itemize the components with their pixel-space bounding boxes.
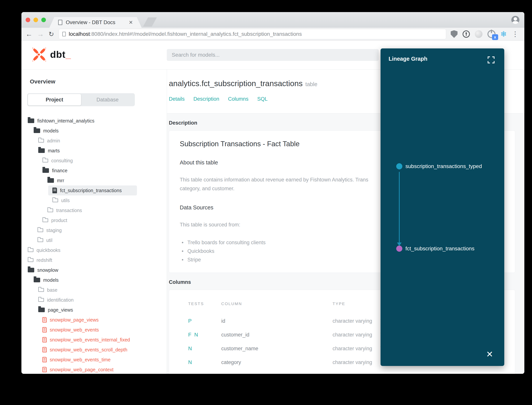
tree-item[interactable]: snowplow_web_events_internal_fixed — [21, 335, 167, 345]
url-text: localhost:8080/index.html#!/model/model.… — [69, 31, 302, 37]
nav-link-columns[interactable]: Columns — [228, 96, 249, 102]
tree-item[interactable]: snowplow_web_events — [21, 325, 167, 335]
nav-link-sql[interactable]: SQL — [257, 96, 268, 102]
tree-item-label: quickbooks — [37, 248, 60, 253]
power-stem-icon — [491, 30, 492, 33]
forward-icon[interactable] — [37, 31, 44, 38]
tree-item[interactable]: base — [21, 285, 167, 295]
folder-icon — [38, 298, 44, 302]
back-icon[interactable] — [26, 31, 33, 38]
file-tree: fishtown_internal_analytics models admin… — [21, 116, 167, 374]
folder-icon — [28, 248, 33, 252]
file-icon — [42, 327, 47, 332]
ublock-shield-icon[interactable] — [451, 30, 458, 38]
folder-icon — [42, 159, 48, 162]
sidebar: Overview Project Database fishtown_inter… — [21, 69, 167, 374]
zoom-window-button[interactable] — [41, 18, 46, 22]
tree-item[interactable]: snowplow_web_events_time — [21, 355, 167, 364]
tree-item[interactable]: snowplow_web_events_scroll_depth — [21, 345, 167, 355]
node-dot-icon — [396, 246, 402, 252]
cell-tests: N — [188, 359, 221, 365]
lineage-node-subscription-transactions-typed[interactable]: subscription_transactions_typed — [396, 163, 482, 169]
tree-item[interactable]: identification — [21, 295, 167, 305]
extension-icons: x — [451, 30, 519, 38]
file-icon — [53, 188, 57, 193]
tab-database[interactable]: Database — [81, 94, 134, 105]
new-tab-button[interactable] — [143, 17, 157, 27]
tree-item[interactable]: consulting — [21, 155, 167, 166]
tree-item[interactable]: models — [21, 126, 167, 136]
node-label: fct_subscription_transactions — [405, 246, 474, 252]
tree-item[interactable]: snowplow_page_views — [21, 315, 167, 325]
fullscreen-icon[interactable] — [487, 56, 495, 64]
tree-item-label: models — [43, 128, 59, 134]
folder-open-icon — [47, 178, 54, 183]
tree-item[interactable]: snowplow — [21, 265, 167, 275]
table-row[interactable]: N date_month date This column indicates … — [188, 369, 515, 374]
tree-item[interactable]: mrr — [21, 176, 167, 185]
logo-word: dbt — [50, 49, 66, 60]
tree-item[interactable]: util — [21, 235, 167, 245]
col-header-tests: TESTS — [188, 301, 221, 306]
browser-profile-avatar[interactable] — [511, 16, 519, 24]
url-host: localhost — [69, 31, 90, 37]
tree-item[interactable]: quickbooks — [21, 245, 167, 255]
tree-item[interactable]: product — [21, 215, 167, 225]
folder-open-icon — [34, 278, 40, 282]
browser-titlebar: Overview - DBT Docs — [21, 12, 524, 28]
lineage-edge — [399, 172, 400, 243]
search-input[interactable] — [167, 49, 379, 61]
col-header-column: COLUMN — [221, 301, 333, 306]
close-lineage-icon[interactable] — [486, 349, 493, 359]
close-window-button[interactable] — [26, 18, 30, 22]
tree-item[interactable]: snowplow_web_page_context — [21, 364, 167, 374]
lineage-node-fct-subscription-transactions[interactable]: fct_subscription_transactions — [396, 246, 474, 252]
folder-icon — [47, 209, 53, 212]
chevron-right-icon[interactable] — [457, 372, 460, 374]
folder-icon — [38, 238, 43, 242]
power-extension-icon[interactable]: x — [487, 30, 495, 38]
address-bar[interactable]: localhost:8080/index.html#!/model/model.… — [59, 29, 446, 39]
reload-icon[interactable] — [49, 31, 54, 38]
password-manager-icon[interactable] — [463, 30, 470, 38]
tree-item[interactable]: utils — [21, 196, 167, 205]
dbt-logo-text: dbt_ — [50, 49, 71, 60]
cell-tests: F N — [188, 332, 221, 338]
tree-item[interactable]: marts — [21, 146, 167, 155]
folder-open-icon — [38, 148, 45, 153]
folder-open-icon — [28, 268, 34, 272]
browser-toolbar: localhost:8080/index.html#!/model/model.… — [21, 28, 524, 40]
tree-item-label: staging — [46, 228, 62, 233]
tree-item-label: finance — [52, 168, 67, 173]
browser-tab[interactable]: Overview - DBT Docs — [49, 17, 142, 28]
tree-item[interactable]: page_views — [21, 305, 167, 315]
browser-menu-icon[interactable] — [512, 31, 519, 38]
tab-project[interactable]: Project — [28, 94, 81, 105]
tree-item[interactable]: fishtown_internal_analytics — [21, 116, 167, 126]
tree-item-label: identification — [47, 297, 74, 303]
tree-item-label: snowplow — [37, 267, 58, 273]
tree-item-selected[interactable]: fct_subscription_transactions — [48, 185, 137, 196]
dbt-logo[interactable]: dbt_ — [32, 47, 71, 62]
minimize-window-button[interactable] — [33, 18, 38, 22]
sidebar-view-toggle: Project Database — [27, 93, 135, 106]
cell-tests: P — [188, 318, 221, 324]
snowflake-icon[interactable] — [500, 30, 507, 38]
tree-item[interactable]: finance — [21, 166, 167, 176]
tree-item[interactable]: staging — [21, 225, 167, 235]
lineage-graph-panel: Lineage Graph subscription_transactions_… — [381, 48, 504, 366]
close-tab-icon[interactable] — [129, 20, 133, 26]
folder-icon — [38, 139, 44, 142]
extension-circle-icon[interactable] — [475, 30, 482, 38]
tree-item-label: marts — [48, 148, 60, 154]
tree-item[interactable]: redshift — [21, 255, 167, 265]
tree-item[interactable]: admin — [21, 136, 167, 146]
file-icon — [42, 317, 47, 323]
tree-item[interactable]: models — [21, 275, 167, 285]
dbt-logo-icon — [32, 47, 46, 62]
nav-link-description[interactable]: Description — [194, 96, 219, 102]
tree-item[interactable]: transactions — [21, 205, 167, 215]
cell-type: date — [333, 373, 380, 374]
folder-icon — [38, 288, 44, 292]
nav-link-details[interactable]: Details — [169, 96, 185, 102]
